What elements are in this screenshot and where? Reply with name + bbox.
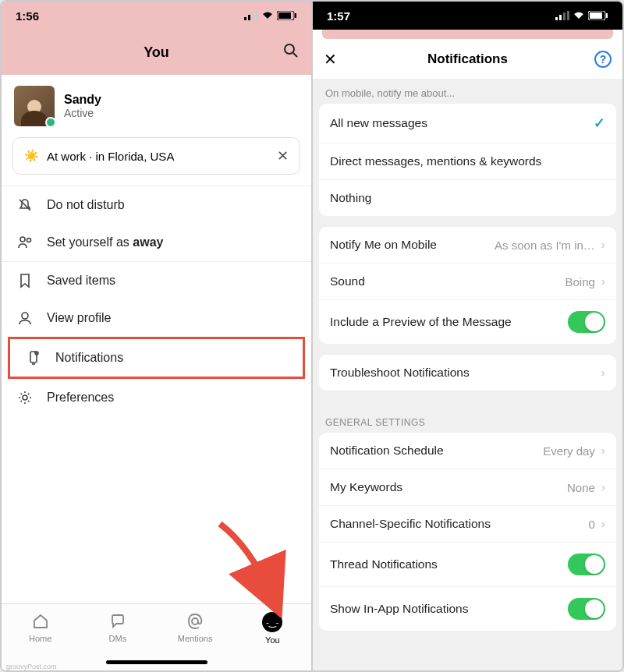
presence-dot — [45, 117, 56, 128]
row-preview[interactable]: Include a Preview of the Message — [319, 299, 616, 344]
profile-section[interactable]: Sandy Active — [2, 75, 311, 133]
chevron-right-icon: › — [601, 517, 605, 531]
profile-name: Sandy — [64, 93, 101, 107]
clear-status-icon[interactable]: ✕ — [277, 147, 289, 164]
svg-rect-20 — [563, 12, 566, 20]
menu-dnd[interactable]: Do not disturb — [2, 186, 311, 224]
home-icon — [31, 612, 50, 631]
svg-rect-1 — [248, 15, 250, 20]
status-bar-left: 1:56 — [2, 2, 311, 30]
chevron-right-icon: › — [601, 480, 605, 494]
profile-icon — [16, 310, 34, 326]
status-text: At work · in Florida, USA — [47, 150, 174, 163]
row-thread-notifications[interactable]: Thread Notifications — [319, 542, 616, 586]
status-emoji: ☀️ — [24, 149, 39, 163]
row-schedule[interactable]: Notification Schedule Every day › — [319, 433, 616, 469]
menu-label: Set yourself as away — [47, 235, 163, 249]
menu-label: Preferences — [47, 391, 114, 405]
svg-rect-23 — [590, 12, 602, 19]
mentions-icon — [186, 612, 204, 631]
toggle-on[interactable] — [568, 554, 605, 575]
status-indicators — [244, 11, 297, 20]
svg-line-9 — [20, 200, 30, 210]
background-hint — [322, 30, 613, 39]
option-dm-mentions[interactable]: Direct messages, mentions & keywords — [319, 143, 616, 179]
sheet-title: Notifications — [427, 51, 508, 67]
row-keywords[interactable]: My Keywords None › — [319, 469, 616, 505]
section-header-general: General Settings — [313, 401, 622, 433]
tab-home[interactable]: Home — [2, 604, 79, 670]
svg-rect-0 — [244, 17, 246, 20]
svg-point-17 — [192, 618, 198, 624]
dnd-icon — [16, 197, 34, 213]
clock: 1:57 — [327, 9, 350, 23]
home-indicator — [106, 660, 207, 664]
row-value: Every day — [543, 444, 595, 458]
you-icon: -‿- — [262, 612, 282, 632]
section-header-mobile: On mobile, notify me about... — [313, 80, 622, 104]
annotation-arrow — [212, 516, 298, 617]
svg-point-12 — [22, 313, 28, 319]
checkmark-icon: ✓ — [594, 115, 605, 132]
menu-saved[interactable]: Saved items — [2, 262, 311, 299]
you-header: You — [2, 30, 311, 75]
svg-rect-6 — [295, 13, 296, 18]
svg-rect-18 — [555, 17, 558, 20]
option-all-messages[interactable]: All new messages ✓ — [319, 104, 616, 143]
menu-label: View profile — [47, 311, 111, 325]
row-inapp-notifications[interactable]: Show In-App Notifications — [319, 586, 616, 631]
profile-presence: Active — [64, 107, 101, 119]
option-nothing[interactable]: Nothing — [319, 179, 616, 216]
row-value: 0 — [588, 518, 594, 531]
help-icon[interactable]: ? — [594, 51, 612, 68]
svg-rect-21 — [567, 11, 569, 20]
svg-rect-3 — [256, 11, 258, 20]
status-indicators — [555, 11, 608, 20]
row-value: Boing — [565, 275, 594, 288]
watermark: groovyPost.com — [6, 663, 57, 670]
tab-you[interactable]: -‿- You — [234, 604, 311, 670]
menu-notifications[interactable]: Notifications — [8, 337, 305, 379]
svg-point-11 — [27, 239, 31, 242]
svg-line-8 — [293, 53, 297, 57]
menu-preferences[interactable]: Preferences — [2, 379, 311, 416]
menu-label: Saved items — [47, 274, 115, 288]
toggle-on[interactable] — [568, 598, 605, 620]
gear-icon — [16, 390, 34, 405]
row-notify-mobile[interactable]: Notify Me on Mobile As soon as I'm in… › — [319, 227, 616, 263]
row-channel-specific[interactable]: Channel-Specific Notifications 0 › — [319, 505, 616, 542]
search-icon[interactable] — [283, 43, 299, 62]
chevron-right-icon: › — [601, 444, 605, 458]
status-box[interactable]: ☀️ At work · in Florida, USA ✕ — [12, 137, 300, 175]
menu-label: Do not disturb — [47, 198, 125, 212]
notifications-icon — [24, 350, 43, 366]
page-title: You — [144, 44, 169, 61]
menu-away[interactable]: Set yourself as away — [2, 224, 311, 261]
tab-bar: Home DMs Mentions -‿- You groovyPost.com — [2, 603, 311, 670]
close-icon[interactable]: ✕ — [324, 50, 337, 69]
menu-label: Notifications — [55, 351, 123, 365]
svg-rect-5 — [278, 12, 291, 19]
svg-point-10 — [20, 237, 25, 242]
chevron-right-icon: › — [601, 238, 605, 252]
row-troubleshoot[interactable]: Troubleshoot Notifications › — [319, 355, 616, 391]
svg-point-7 — [285, 44, 294, 54]
chevron-right-icon: › — [601, 366, 605, 380]
clock: 1:56 — [16, 9, 39, 23]
menu-view-profile[interactable]: View profile — [2, 299, 311, 337]
row-value: None — [567, 481, 595, 494]
status-bar-right: 1:57 — [313, 2, 622, 30]
toggle-on[interactable] — [568, 311, 605, 333]
svg-rect-2 — [252, 12, 254, 20]
bookmark-icon — [16, 273, 34, 288]
chevron-right-icon: › — [601, 274, 605, 288]
row-value: As soon as I'm in… — [495, 239, 595, 252]
away-icon — [16, 235, 34, 250]
dms-icon — [108, 612, 127, 631]
svg-rect-19 — [559, 15, 562, 20]
row-sound[interactable]: Sound Boing › — [319, 263, 616, 299]
sheet-header: ✕ Notifications ? — [313, 39, 622, 80]
svg-point-16 — [23, 395, 27, 400]
svg-rect-24 — [606, 13, 608, 18]
